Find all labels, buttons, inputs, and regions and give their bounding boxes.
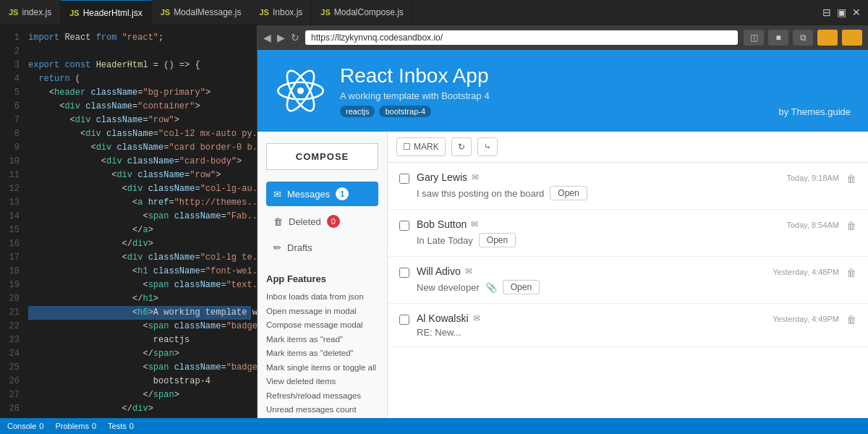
message-time-4: Yesterday, 4:49PM (773, 315, 839, 323)
sender-name-2: Bob Sutton (417, 218, 467, 230)
problems-status[interactable]: Problems 0 (55, 422, 96, 430)
nav-drafts-label: Drafts (287, 242, 312, 253)
tab-inbox[interactable]: JS Inbox.js (251, 0, 312, 25)
feature-item: Refresh/reload messages (266, 389, 378, 404)
code-line: <div className="col-12 mx-auto py... (28, 127, 251, 141)
js-icon: JS (69, 9, 79, 17)
delete-icon-1[interactable]: 🗑 (846, 173, 856, 184)
svg-point-3 (297, 88, 303, 94)
message-item: Gary Lewis ✉ I saw this posting on the b… (388, 163, 868, 210)
feature-item: Mark items as "deleted" (266, 346, 378, 361)
refresh-messages-button[interactable]: ↻ (451, 137, 472, 156)
code-line: <div className="card-body"> (28, 155, 251, 169)
main-area: 12345 678910 1112131415 1617181920 21222… (0, 25, 868, 418)
tab-modalcompose[interactable]: JS ModalCompose.js (312, 0, 413, 25)
tab-headerhtml-label: HeaderHtml.jsx (83, 8, 142, 18)
delete-icon-2[interactable]: 🗑 (846, 220, 856, 231)
nav-item-drafts[interactable]: ✏ Drafts (266, 237, 378, 259)
compose-button[interactable]: COMPOSE (266, 143, 378, 170)
tab-modalmessage[interactable]: JS ModalMessage.js (152, 0, 251, 25)
code-line: </span> (28, 388, 251, 402)
browser-panel: ◀ ▶ ↻ ◫ ■ ⧉ (257, 25, 868, 418)
email-icon-4: ✉ (473, 313, 480, 323)
console-label: Console (7, 422, 36, 430)
split-editor-icon[interactable]: ⊟ (822, 7, 831, 18)
mark-label: MARK (414, 142, 439, 152)
layout-icon[interactable]: ▣ (837, 7, 846, 18)
tab-headerhtml[interactable]: JS HeaderHtml.jsx (61, 0, 152, 25)
open-button-1[interactable]: Open (550, 186, 587, 200)
message-body-2: Bob Sutton ✉ In Late Today Open (417, 218, 779, 247)
refresh-icon: ↻ (458, 142, 465, 152)
forward-button[interactable]: ⤷ (477, 137, 498, 156)
message-toolbar: ☐ MARK ↻ ⤷ (388, 132, 868, 163)
badge-bootstrap: bootstrap-4 (379, 106, 431, 117)
app-header-text: React Inbox App A working template with … (340, 64, 490, 117)
code-line: </div> (28, 402, 251, 416)
nav-item-deleted[interactable]: 🗑 Deleted 0 (266, 209, 378, 234)
message-item: Al Kowalski ✉ RE: New... Yesterday, 4:49… (388, 304, 868, 347)
sidebar-nav: ✉ Messages 1 🗑 Deleted 0 ✏ (266, 182, 378, 259)
message-item: Bob Sutton ✉ In Late Today Open Today, 8… (388, 210, 868, 257)
app-content: React Inbox App A working template with … (258, 50, 868, 418)
code-lines: 12345 678910 1112131415 1617181920 21222… (0, 25, 257, 418)
code-line: <h6>A working template w... (28, 306, 251, 320)
app-header: React Inbox App A working template with … (258, 50, 868, 132)
preview-text-1: I saw this posting on the board (417, 188, 544, 199)
email-icon-1: ✉ (472, 172, 479, 182)
message-checkbox-1[interactable] (399, 174, 409, 184)
browser-action-4[interactable] (817, 30, 838, 46)
preview-text-3: New developer (417, 282, 480, 293)
code-line: <a href="http://themes.... (28, 196, 251, 210)
code-line: </a> (28, 224, 251, 237)
open-button-2[interactable]: Open (479, 233, 516, 247)
message-checkbox-4[interactable] (399, 315, 409, 325)
message-preview-3: New developer 📎 Open (417, 280, 765, 294)
code-line: <span className="badge b... (28, 320, 251, 333)
inbox-sidebar: COMPOSE ✉ Messages 1 🗑 Deleted 0 (258, 132, 388, 418)
mark-button[interactable]: ☐ MARK (396, 137, 446, 156)
drafts-icon: ✏ (273, 242, 281, 253)
js-icon: JS (9, 8, 18, 17)
message-checkbox-2[interactable] (399, 221, 409, 231)
code-line: <div className="col-lg-au... (28, 182, 251, 196)
address-bar[interactable] (305, 30, 738, 45)
browser-action-btns: ◫ ■ ⧉ (744, 30, 862, 46)
status-bar: Console 0 Problems 0 Tests 0 (0, 418, 868, 434)
message-preview-4: RE: New... (417, 327, 765, 338)
refresh-button[interactable]: ↻ (291, 32, 299, 43)
browser-action-2[interactable]: ■ (768, 30, 788, 46)
delete-icon-4[interactable]: 🗑 (846, 314, 856, 326)
message-time-3: Yesterday, 4:48PM (773, 268, 839, 276)
feature-item: Open message in modal (266, 305, 378, 319)
tab-modalcompose-label: ModalCompose.js (334, 7, 404, 17)
nav-messages-label: Messages (287, 189, 330, 200)
tab-bar: JS index.js JS HeaderHtml.jsx JS ModalMe… (0, 0, 868, 25)
tests-status[interactable]: Tests 0 (108, 422, 134, 430)
tab-index-label: index.js (22, 7, 51, 17)
browser-chrome: ◀ ▶ ↻ ◫ ■ ⧉ (258, 25, 868, 50)
checkbox-icon: ☐ (403, 142, 411, 152)
browser-action-5[interactable] (842, 30, 862, 46)
inbox-layout: COMPOSE ✉ Messages 1 🗑 Deleted 0 (258, 132, 868, 418)
browser-action-1[interactable]: ◫ (744, 30, 764, 46)
message-checkbox-3[interactable] (399, 268, 409, 278)
react-logo (275, 66, 326, 116)
close-panel-icon[interactable]: ✕ (852, 7, 861, 18)
feature-item: Mark single items or toggle all (266, 361, 378, 375)
preview-text-2: In Late Today (417, 235, 473, 246)
trash-icon: 🗑 (273, 216, 283, 227)
editor-container: JS index.js JS HeaderHtml.jsx JS ModalMe… (0, 0, 868, 434)
messages-icon: ✉ (273, 189, 281, 200)
console-status[interactable]: Console 0 (7, 422, 43, 430)
code-line: </h1> (28, 292, 251, 306)
nav-item-messages[interactable]: ✉ Messages 1 (266, 182, 378, 206)
tab-index[interactable]: JS index.js (0, 0, 61, 25)
browser-action-3[interactable]: ⧉ (793, 30, 813, 46)
delete-icon-3[interactable]: 🗑 (846, 267, 856, 278)
open-button-3[interactable]: Open (503, 280, 540, 294)
back-button[interactable]: ◀ (263, 32, 271, 43)
code-editor: 12345 678910 1112131415 1617181920 21222… (0, 25, 257, 418)
forward-button[interactable]: ▶ (277, 32, 285, 43)
code-line: <div className="card border-0 b... (28, 141, 251, 155)
